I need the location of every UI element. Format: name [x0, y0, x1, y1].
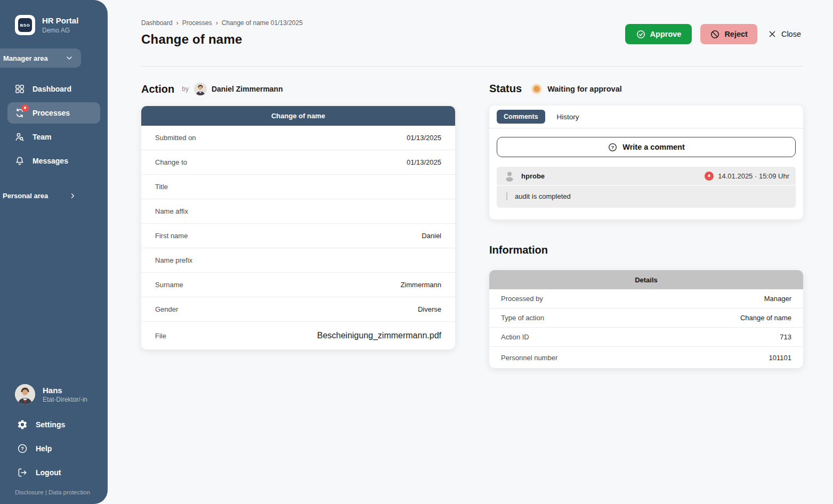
row-label: Action ID — [501, 333, 529, 341]
table-row: First nameDaniel — [141, 224, 455, 248]
status-section: Status Waiting for approval Comments His… — [489, 83, 803, 368]
row-value: 713 — [780, 333, 791, 341]
svg-text:?: ? — [611, 144, 614, 150]
action-heading: Action — [141, 83, 174, 95]
gear-icon — [17, 419, 28, 430]
prohibited-icon — [710, 29, 720, 39]
sidebar-item-help[interactable]: ? Help — [15, 441, 108, 456]
logout-icon — [17, 467, 28, 478]
sidebar-item-label: Messages — [33, 157, 68, 165]
main-content: Dashboard Processes Change of name 01/13… — [108, 0, 833, 504]
chevron-right-icon — [69, 192, 77, 200]
chevron-down-icon — [65, 54, 74, 62]
sidebar-item-messages[interactable]: Messages — [7, 150, 100, 172]
comment-item: hprobe 14.01.2025 · 15:09 Uhr audit is c… — [497, 167, 796, 208]
app-subtitle: Demo AG — [42, 27, 78, 34]
row-label: File — [155, 332, 166, 340]
sidebar-footer: Hans Etat-Direktor/-in Settings ? Help L… — [0, 384, 108, 504]
reject-label: Reject — [724, 30, 748, 38]
legal-links[interactable]: Disclosure | Data protection — [15, 489, 108, 495]
person-silhouette-icon — [503, 169, 516, 182]
user-name: Hans — [43, 386, 87, 395]
row-label: Gender — [155, 305, 178, 313]
information-heading: Information — [489, 244, 548, 256]
row-value: 01/13/2025 — [407, 158, 441, 166]
tabs: Comments History — [489, 105, 803, 128]
sidebar-item-team[interactable]: Team — [7, 126, 100, 148]
grid-icon — [14, 84, 25, 94]
sidebar: BSG HR Portal Demo AG Manager area Dashb… — [0, 0, 108, 504]
row-label: Surname — [155, 281, 183, 289]
company-logo: BSG — [15, 15, 35, 35]
author-avatar — [194, 83, 207, 95]
sidebar-item-label: Logout — [36, 468, 61, 477]
personal-area-toggle[interactable]: Personal area — [0, 189, 108, 202]
user-role: Etat-Direktor/-in — [43, 396, 87, 403]
manager-area-label: Manager area — [3, 54, 48, 62]
personal-area-label: Personal area — [3, 192, 48, 200]
sidebar-item-processes[interactable]: Processes — [7, 102, 100, 124]
brand: BSG HR Portal Demo AG — [0, 0, 108, 35]
sidebar-item-label: Processes — [33, 109, 70, 117]
manager-area-toggle[interactable]: Manager area — [0, 48, 81, 68]
sidebar-item-logout[interactable]: Logout — [15, 465, 108, 480]
company-logo-text: BSG — [18, 18, 32, 32]
sidebar-item-settings[interactable]: Settings — [15, 417, 108, 432]
breadcrumb-dashboard[interactable]: Dashboard — [141, 19, 173, 27]
write-comment-input[interactable]: ? Write a comment — [497, 137, 796, 157]
sidebar-nav: Dashboard Processes Team Messages — [7, 78, 100, 174]
row-label: Submitted on — [155, 134, 196, 142]
sync-icon — [14, 108, 25, 118]
comments-card: Comments History ? Write a comment — [489, 105, 803, 220]
row-value: Manager — [764, 295, 791, 303]
by-label: by — [182, 85, 189, 93]
row-value: Zimmermann — [400, 281, 441, 289]
file-link[interactable]: Bescheinigung_zimmermann.pdf — [317, 331, 441, 340]
row-label: First name — [155, 232, 188, 240]
svg-text:?: ? — [21, 446, 24, 451]
details-table-header: Details — [489, 270, 803, 289]
row-value: Diverse — [418, 305, 441, 313]
close-icon — [768, 30, 777, 38]
table-row: Name affix — [141, 199, 455, 224]
row-value: Daniel — [422, 232, 441, 240]
table-row: Type of actionChange of name — [489, 308, 803, 328]
table-row: Change to01/13/2025 — [141, 150, 455, 175]
table-row: Processed byManager — [489, 289, 803, 308]
row-label: Processed by — [501, 295, 543, 303]
notification-badge — [21, 104, 29, 112]
action-table-header: Change of name — [141, 106, 455, 126]
action-table: Change of name Submitted on01/13/2025 Ch… — [141, 106, 455, 349]
breadcrumb-processes[interactable]: Processes — [173, 19, 212, 27]
approve-label: Approve — [650, 30, 682, 38]
sidebar-item-dashboard[interactable]: Dashboard — [7, 78, 100, 100]
reject-button[interactable]: Reject — [700, 24, 757, 44]
user-profile[interactable]: Hans Etat-Direktor/-in — [15, 384, 108, 404]
status-heading: Status — [489, 83, 522, 95]
sidebar-item-label: Help — [36, 444, 52, 453]
tab-comments[interactable]: Comments — [497, 110, 545, 124]
table-row: Personnel number101101 — [489, 347, 803, 368]
row-label: Personnel number — [501, 354, 557, 362]
table-row: Action ID713 — [489, 328, 803, 347]
tab-history[interactable]: History — [557, 113, 579, 121]
close-label: Close — [781, 30, 801, 38]
sidebar-item-label: Team — [33, 133, 52, 141]
question-circle-icon: ? — [608, 142, 618, 152]
user-avatar — [15, 384, 35, 404]
breadcrumb: Dashboard Processes Change of name 01/13… — [141, 19, 303, 27]
table-row: GenderDiverse — [141, 297, 455, 322]
approve-button[interactable]: Approve — [625, 24, 692, 44]
comment-author: hprobe — [521, 172, 545, 180]
row-label: Title — [155, 183, 168, 191]
status-value: Waiting for approval — [547, 85, 622, 93]
row-value: 101101 — [769, 354, 791, 362]
write-comment-label: Write a comment — [622, 143, 685, 151]
close-button[interactable]: Close — [766, 24, 803, 44]
author-name: Daniel Zimmermann — [212, 85, 283, 93]
person-search-icon — [14, 132, 25, 142]
row-label: Name prefix — [155, 256, 192, 264]
help-icon: ? — [17, 443, 28, 454]
comment-timestamp: 14.01.2025 · 15:09 Uhr — [718, 172, 789, 180]
table-row: Title — [141, 175, 455, 199]
